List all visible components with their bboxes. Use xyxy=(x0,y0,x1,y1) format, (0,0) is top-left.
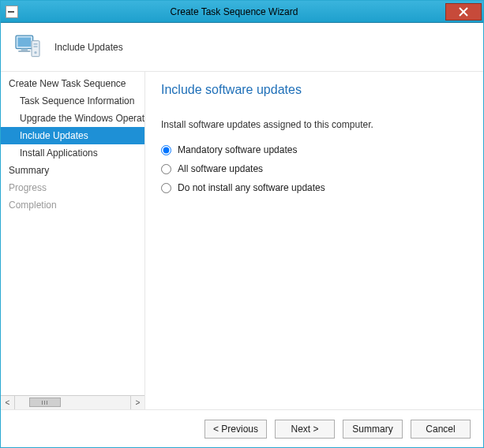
svg-rect-6 xyxy=(32,40,39,56)
svg-rect-8 xyxy=(34,46,38,47)
nav-item-task-sequence-information[interactable]: Task Sequence Information xyxy=(1,92,144,110)
nav-item-install-applications[interactable]: Install Applications xyxy=(1,144,144,162)
summary-button[interactable]: Summary xyxy=(343,420,403,439)
svg-rect-5 xyxy=(18,50,30,52)
content-heading: Include software updates xyxy=(161,83,469,97)
wizard-content: Include software updates Install softwar… xyxy=(145,72,483,409)
previous-button[interactable]: < Previous xyxy=(204,420,267,439)
nav-item-upgrade-the-windows-operating-system[interactable]: Upgrade the Windows Operating System xyxy=(1,110,144,127)
svg-rect-4 xyxy=(21,48,28,50)
page-title: Include Updates xyxy=(54,42,123,53)
nav-horizontal-scrollbar[interactable]: < III > xyxy=(1,395,144,409)
close-icon xyxy=(459,7,468,17)
scroll-track[interactable]: III xyxy=(15,396,130,409)
radio-input[interactable] xyxy=(161,183,171,193)
nav-item-progress: Progress xyxy=(1,179,144,196)
wizard-footer: < Previous Next > Summary Cancel xyxy=(1,409,483,447)
close-button[interactable] xyxy=(445,3,482,21)
nav-item-create-new-task-sequence[interactable]: Create New Task Sequence xyxy=(1,75,144,92)
radio-label: Do not install any software updates xyxy=(178,182,325,193)
radio-option-mandatory-software-updates[interactable]: Mandatory software updates xyxy=(161,144,469,155)
content-instruction: Install software updates assigned to thi… xyxy=(161,119,469,130)
window-title: Create Task Sequence Wizard xyxy=(23,6,445,17)
radio-group: Mandatory software updatesAll software u… xyxy=(161,140,469,201)
nav-item-completion: Completion xyxy=(1,196,144,214)
radio-option-do-not-install-any-software-updates[interactable]: Do not install any software updates xyxy=(161,182,469,193)
wizard-nav: Create New Task SequenceTask Sequence In… xyxy=(1,72,145,409)
cancel-button[interactable]: Cancel xyxy=(411,420,471,439)
wizard-body: Create New Task SequenceTask Sequence In… xyxy=(1,72,483,409)
radio-label: All software updates xyxy=(178,163,263,174)
radio-input[interactable] xyxy=(161,145,171,155)
title-bar: Create Task Sequence Wizard xyxy=(1,1,483,23)
scroll-left-arrow-icon[interactable]: < xyxy=(1,396,15,409)
system-menu-icon[interactable] xyxy=(6,6,18,18)
radio-input[interactable] xyxy=(161,164,171,174)
svg-point-9 xyxy=(34,51,36,54)
svg-rect-7 xyxy=(34,43,38,45)
nav-item-include-updates[interactable]: Include Updates xyxy=(1,127,144,144)
computer-icon xyxy=(12,32,43,63)
wizard-window: Create Task Sequence Wizard Include Upda… xyxy=(0,0,484,448)
radio-option-all-software-updates[interactable]: All software updates xyxy=(161,163,469,174)
svg-rect-3 xyxy=(18,37,32,47)
radio-label: Mandatory software updates xyxy=(178,144,297,155)
next-button[interactable]: Next > xyxy=(275,420,335,439)
nav-items: Create New Task SequenceTask Sequence In… xyxy=(1,72,144,395)
nav-item-summary[interactable]: Summary xyxy=(1,162,144,179)
scroll-right-arrow-icon[interactable]: > xyxy=(130,396,144,409)
wizard-header: Include Updates xyxy=(1,23,483,72)
scroll-thumb[interactable]: III xyxy=(29,398,61,407)
